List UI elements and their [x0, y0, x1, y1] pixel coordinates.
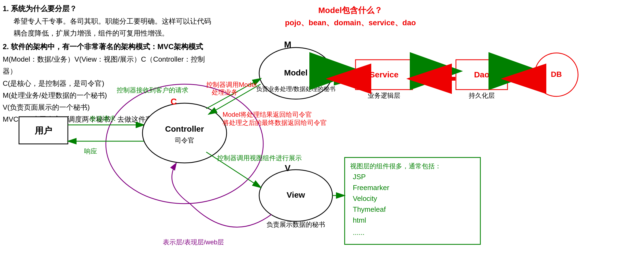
svg-text:负责展示数据的秘书: 负责展示数据的秘书: [267, 221, 325, 228]
svg-text:用户: 用户: [34, 126, 52, 135]
svg-text:Dao: Dao: [474, 70, 490, 79]
svg-text:C: C: [170, 97, 177, 106]
svg-text:Service: Service: [370, 70, 399, 79]
svg-text:Controller: Controller: [165, 124, 204, 133]
svg-text:html: html: [353, 216, 366, 224]
diagram-svg: 用户 发送请求 响应 Controller 司令官 C Model M 负责业务…: [0, 0, 644, 265]
svg-text:控制器接收到客户的请求: 控制器接收到客户的请求: [117, 86, 188, 94]
svg-text:将处理之后的最终数据返回给司令官: 将处理之后的最终数据返回给司令官: [222, 119, 327, 126]
svg-text:JSP: JSP: [353, 173, 366, 181]
svg-text:V: V: [285, 163, 291, 173]
svg-text:Model将处理结果返回给司令官: Model将处理结果返回给司令官: [223, 111, 312, 118]
svg-text:Freemarker: Freemarker: [353, 184, 389, 192]
svg-text:负责业务处理/数据处理的秘书: 负责业务处理/数据处理的秘书: [256, 86, 335, 92]
svg-text:控制器调用Model: 控制器调用Model: [206, 81, 256, 88]
svg-text:View: View: [287, 190, 305, 199]
svg-text:响应: 响应: [84, 147, 97, 155]
svg-text:处理业务: 处理业务: [212, 89, 238, 96]
svg-text:Thymeleaf: Thymeleaf: [353, 205, 386, 213]
main-page: 1. 系统为什么要分层？ 希望专人干专事。各司其职。职能分工要明确。这样可以让代…: [0, 0, 644, 265]
svg-text:表示层/表现层/web层: 表示层/表现层/web层: [163, 238, 224, 246]
svg-text:M: M: [284, 40, 291, 49]
svg-text:视图层的组件很多，通常包括：: 视图层的组件很多，通常包括：: [350, 162, 441, 170]
svg-text:DB: DB: [551, 70, 562, 78]
svg-text:业务逻辑层: 业务逻辑层: [368, 92, 400, 99]
svg-text:发送请求: 发送请求: [90, 115, 116, 122]
svg-text:控制器调用视图组件进行展示: 控制器调用视图组件进行展示: [217, 154, 302, 162]
svg-text:司令官: 司令官: [175, 137, 194, 144]
svg-text:Model: Model: [284, 68, 308, 77]
svg-text:......: ......: [353, 228, 364, 236]
svg-text:持久化层: 持久化层: [469, 92, 495, 99]
svg-text:Velocity: Velocity: [353, 194, 377, 203]
